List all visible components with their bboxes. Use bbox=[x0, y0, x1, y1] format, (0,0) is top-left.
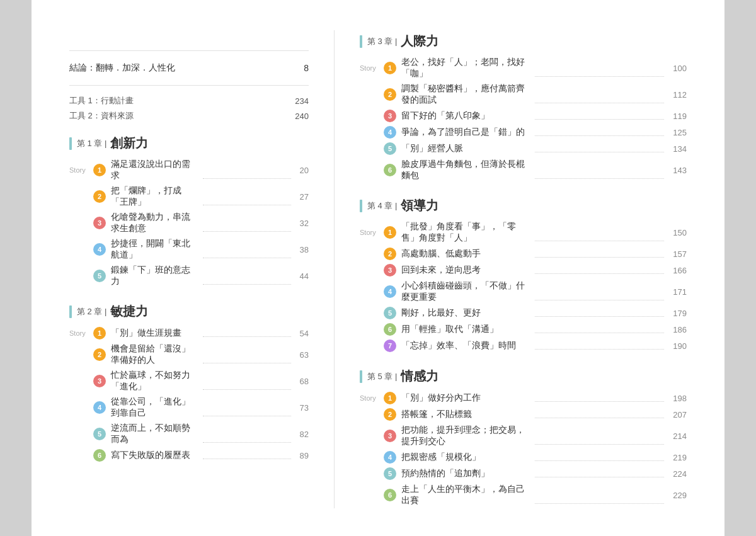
list-item: 6用「輕推」取代「溝通」186 bbox=[360, 321, 687, 338]
story-page: 179 bbox=[673, 309, 687, 318]
tool-row-2: 工具 2：資料來源 240 bbox=[69, 108, 309, 123]
chapter-5-title: 情感力 bbox=[401, 368, 438, 385]
story-label: Story bbox=[360, 64, 384, 72]
story-number: 1 bbox=[93, 327, 106, 339]
story-number: 2 bbox=[93, 190, 106, 203]
dot-leader bbox=[535, 257, 665, 258]
list-item: Story1「別」做好分內工作198 bbox=[360, 390, 687, 406]
story-number: 5 bbox=[93, 270, 106, 282]
chapter-3-stories: Story1老公，找好「人」；老闆，找好「咖」1002調製「秘密醬料」，應付萬箭… bbox=[360, 55, 687, 183]
story-page: 68 bbox=[300, 377, 309, 386]
story-page: 63 bbox=[300, 350, 309, 360]
chapter-3-num: 第 3 章 | bbox=[367, 36, 397, 47]
dot-leader bbox=[535, 444, 665, 445]
story-page: 20 bbox=[300, 166, 309, 175]
list-item: 4把親密感「規模化」219 bbox=[360, 449, 687, 465]
story-text: 從靠公司，「進化」到靠自己 bbox=[111, 396, 199, 419]
dot-leader bbox=[203, 363, 291, 363]
story-number: 5 bbox=[384, 307, 396, 319]
dot-leader bbox=[535, 273, 665, 274]
chapter-2-stories: Story1「別」做生涯規畫542機會是留給「還沒」準備好的人633忙於贏球，不… bbox=[69, 325, 309, 464]
dot-leader bbox=[535, 103, 665, 103]
story-text: 爭論，為了證明自己是「錯」的 bbox=[401, 127, 531, 138]
list-item: Story1「別」做生涯規畫54 bbox=[69, 325, 309, 341]
story-page: 73 bbox=[300, 403, 309, 413]
story-page: 166 bbox=[673, 266, 687, 275]
list-item: 6臉皮厚過牛角麵包，但薄於長棍麵包143 bbox=[360, 157, 687, 183]
dot-leader bbox=[535, 349, 665, 350]
chapter-5-header: 第 5 章 | 情感力 bbox=[360, 368, 687, 385]
story-text: 回到未來，逆向思考 bbox=[401, 265, 531, 276]
chapter-3-header: 第 3 章 | 人際力 bbox=[360, 33, 687, 50]
chapter-4-num: 第 4 章 | bbox=[367, 200, 397, 212]
list-item: 2搭帳篷，不貼標籤207 bbox=[360, 406, 687, 423]
story-text: 走上「人生的平衡木」，為自己出賽 bbox=[401, 484, 531, 506]
dot-leader bbox=[535, 401, 665, 402]
list-item: 5剛好，比最好、更好179 bbox=[360, 305, 687, 321]
divider-top bbox=[69, 50, 309, 51]
dot-leader bbox=[203, 284, 291, 285]
dot-leader bbox=[535, 333, 665, 333]
list-item: 3把功能，提升到理念；把交易，提升到交心214 bbox=[360, 423, 687, 449]
story-text: 臉皮厚過牛角麵包，但薄於長棍麵包 bbox=[401, 159, 531, 181]
story-page: 143 bbox=[673, 166, 687, 175]
chapter-2-bar bbox=[69, 305, 72, 318]
dot-leader bbox=[203, 205, 291, 205]
story-number: 4 bbox=[384, 126, 396, 139]
list-item: 2高處動腦、低處動手157 bbox=[360, 246, 687, 262]
tool-1-page: 234 bbox=[295, 96, 309, 106]
chapter-2-title: 敏捷力 bbox=[110, 303, 148, 320]
story-number: 5 bbox=[93, 428, 106, 440]
chapter-3-bar bbox=[360, 35, 362, 48]
story-page: 190 bbox=[673, 341, 687, 351]
list-item: 6走上「人生的平衡木」，為自己出賽229 bbox=[360, 482, 687, 508]
chapter-3-title: 人際力 bbox=[401, 33, 438, 50]
dot-leader bbox=[535, 178, 665, 179]
list-item: 4從靠公司，「進化」到靠自己73 bbox=[69, 394, 309, 421]
story-page: 150 bbox=[673, 228, 687, 237]
chapter-4-title: 領導力 bbox=[401, 197, 438, 214]
story-page: 27 bbox=[300, 192, 309, 202]
story-number: 3 bbox=[93, 217, 106, 229]
story-text: 逆流而上，不如順勢而為 bbox=[111, 423, 199, 445]
story-label: Story bbox=[360, 394, 384, 402]
list-item: 3忙於贏球，不如努力「進化」68 bbox=[69, 368, 309, 394]
story-text: 化嗆聲為動力，串流求生創意 bbox=[111, 212, 199, 234]
dot-leader bbox=[203, 442, 291, 443]
story-page: 214 bbox=[673, 431, 687, 441]
list-item: 2機會是留給「還沒」準備好的人63 bbox=[69, 341, 309, 368]
story-page: 44 bbox=[300, 271, 309, 281]
story-page: 219 bbox=[673, 453, 687, 462]
story-page: 157 bbox=[673, 249, 687, 259]
dot-leader bbox=[535, 418, 665, 418]
chapter-4-stories: Story1「批發」角度看「事」，「零售」角度對「人」1502高處動腦、低處動手… bbox=[360, 219, 687, 354]
story-text: 老公，找好「人」；老闆，找好「咖」 bbox=[401, 57, 531, 79]
chapter-1-bar bbox=[69, 137, 72, 150]
story-number: 2 bbox=[384, 408, 396, 421]
story-number: 6 bbox=[384, 164, 396, 176]
chapter-1-header: 第 1 章 | 創新力 bbox=[69, 135, 309, 152]
conclusion-row: 結論：翻轉．加深．人性化 8 bbox=[69, 59, 309, 77]
story-page: 171 bbox=[673, 287, 687, 297]
story-page: 198 bbox=[673, 394, 687, 403]
story-text: 寫下失敗版的履歷表 bbox=[111, 450, 199, 461]
page: 結論：翻轉．加深．人性化 8 工具 1：行動計畫 234 工具 2：資料來源 2… bbox=[32, 0, 724, 536]
tool-2-label: 工具 2：資料來源 bbox=[69, 110, 134, 122]
story-text: 調製「秘密醬料」，應付萬箭齊發的面試 bbox=[401, 83, 531, 106]
left-column: 結論：翻轉．加深．人性化 8 工具 1：行動計畫 234 工具 2：資料來源 2… bbox=[69, 30, 334, 508]
story-text: 小心斜積齒碰齒頭，「不做」什麼更重要 bbox=[401, 280, 531, 303]
story-number: 2 bbox=[384, 88, 396, 101]
chapter-2-header: 第 2 章 | 敏捷力 bbox=[69, 303, 309, 320]
chapter-5-bar bbox=[360, 370, 362, 383]
story-text: 忙於贏球，不如努力「進化」 bbox=[111, 370, 199, 392]
list-item: 5逆流而上，不如順勢而為82 bbox=[69, 421, 309, 447]
story-label: Story bbox=[69, 329, 93, 337]
story-number: 4 bbox=[93, 401, 106, 414]
dot-leader bbox=[535, 316, 665, 317]
story-number: 3 bbox=[384, 430, 396, 442]
list-item: Story1老公，找好「人」；老闆，找好「咖」100 bbox=[360, 55, 687, 81]
story-text: 滿足還沒說出口的需求 bbox=[111, 159, 199, 181]
story-page: 229 bbox=[673, 491, 687, 500]
tools-section: 工具 1：行動計畫 234 工具 2：資料來源 240 bbox=[69, 93, 309, 123]
story-page: 186 bbox=[673, 325, 687, 334]
